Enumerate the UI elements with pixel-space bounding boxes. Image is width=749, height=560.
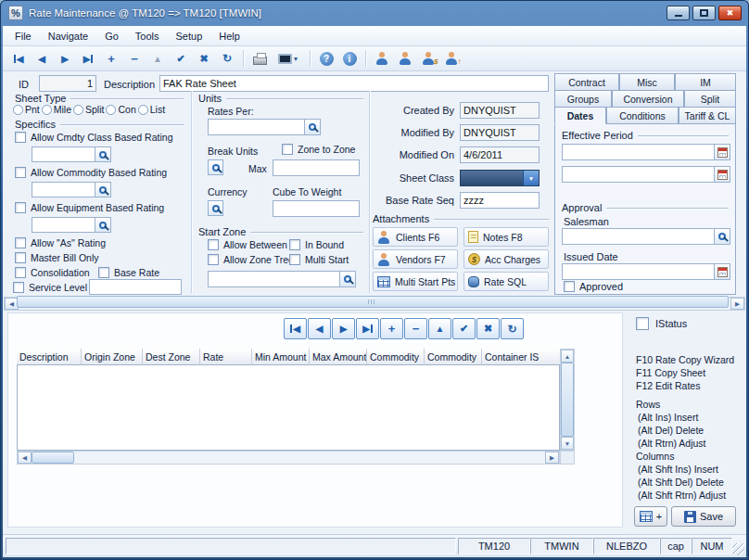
service-level-field[interactable]: [89, 279, 182, 295]
rates-per-input[interactable]: [209, 120, 304, 134]
allow-cmdty-class-checkbox[interactable]: [15, 132, 26, 143]
col-header-container[interactable]: Container IS: [482, 349, 560, 365]
currency-lookup-button[interactable]: [208, 200, 223, 216]
user-export-button[interactable]: ↑: [440, 48, 463, 70]
vendors-f7-button[interactable]: Vendors F7: [373, 249, 458, 269]
equipment-field[interactable]: [32, 217, 111, 233]
info-button[interactable]: i: [338, 48, 361, 70]
multi-start-checkbox[interactable]: [289, 254, 300, 265]
commodity-lookup-button[interactable]: [95, 183, 110, 197]
grid-undo-button[interactable]: ▲: [428, 318, 451, 339]
clients-toolbar-button[interactable]: [371, 48, 393, 70]
tab-misc[interactable]: Misc: [619, 73, 675, 91]
radio-pnt[interactable]: [13, 105, 23, 115]
grid-cancel-button[interactable]: ✖: [476, 318, 500, 339]
grid-horizontal-scrollbar[interactable]: ◀ ▶: [17, 451, 560, 465]
radio-list[interactable]: [138, 105, 148, 115]
scrollbar-thumb[interactable]: [17, 296, 729, 308]
menu-help[interactable]: Help: [210, 26, 248, 46]
menu-go[interactable]: Go: [96, 26, 127, 46]
maximize-button[interactable]: [692, 6, 716, 20]
scrollbar-track[interactable]: [74, 452, 545, 464]
effective-to-input[interactable]: [563, 167, 714, 182]
col-header-commodity-1[interactable]: Commodity: [367, 349, 425, 365]
max-field[interactable]: [273, 159, 360, 176]
vendors-toolbar-button[interactable]: [394, 48, 416, 70]
delete-record-button[interactable]: −: [123, 48, 146, 70]
base-rate-checkbox[interactable]: [98, 267, 109, 278]
first-record-button[interactable]: ◀: [7, 48, 30, 70]
menu-navigate[interactable]: Navigate: [40, 26, 96, 46]
tab-im[interactable]: IM: [675, 73, 736, 91]
print-button[interactable]: [248, 48, 271, 70]
base-rate-seq-field[interactable]: [460, 192, 540, 209]
col-header-dest-zone[interactable]: Dest Zone: [143, 349, 200, 365]
sheet-class-combo[interactable]: ▼: [460, 170, 540, 186]
break-units-lookup-button[interactable]: [208, 159, 223, 175]
scroll-down-button[interactable]: ▼: [561, 437, 574, 450]
equipment-lookup-button[interactable]: [95, 218, 110, 232]
scroll-left-button[interactable]: ◀: [18, 452, 32, 464]
start-zone-input[interactable]: [209, 272, 339, 286]
minimize-button[interactable]: [666, 6, 690, 20]
last-record-button[interactable]: ▶: [77, 48, 99, 70]
cmdty-class-field[interactable]: [32, 146, 111, 162]
cmdty-class-input[interactable]: [32, 147, 95, 161]
save-button[interactable]: Save: [671, 506, 736, 527]
salesman-field[interactable]: [562, 228, 730, 245]
grid-first-button[interactable]: ◀: [284, 318, 307, 339]
cmdty-class-lookup-button[interactable]: [95, 147, 110, 161]
effective-to-calendar-button[interactable]: [714, 167, 730, 182]
in-bound-checkbox[interactable]: [289, 239, 300, 250]
grid-add-button[interactable]: +: [634, 506, 667, 527]
equipment-input[interactable]: [32, 218, 95, 232]
close-button[interactable]: ✖: [718, 6, 742, 20]
effective-from-field[interactable]: [562, 144, 730, 160]
rates-per-lookup-button[interactable]: [304, 120, 320, 134]
grid-next-button[interactable]: ▶: [332, 318, 355, 339]
issued-date-calendar-button[interactable]: [714, 264, 730, 279]
created-by-field[interactable]: [460, 102, 540, 119]
scrollbar-thumb[interactable]: [32, 452, 74, 464]
allow-commodity-checkbox[interactable]: [15, 167, 26, 178]
tab-split[interactable]: Split: [684, 90, 736, 108]
grid-delete-row-button[interactable]: −: [404, 318, 427, 339]
tab-conversion[interactable]: Conversion: [612, 90, 684, 108]
rates-per-field[interactable]: [208, 119, 321, 135]
acc-charges-button[interactable]: $Acc Charges: [463, 249, 549, 269]
scroll-up-button[interactable]: ▲: [561, 350, 574, 363]
menu-file[interactable]: File: [6, 26, 40, 46]
grid-previous-button[interactable]: ◀: [308, 318, 331, 339]
allow-as-rating-checkbox[interactable]: [15, 237, 26, 248]
multi-start-pts-button[interactable]: Multi Start Pts: [373, 272, 458, 291]
screen-view-dropdown[interactable]: ▼: [272, 48, 305, 70]
user-charges-button[interactable]: $: [417, 48, 439, 70]
col-header-commodity-2[interactable]: Commodity: [425, 349, 482, 365]
approved-checkbox[interactable]: [564, 281, 575, 292]
col-header-rate[interactable]: Rate: [200, 349, 252, 365]
grid-refresh-button[interactable]: ↻: [501, 318, 524, 339]
sheet-class-dropdown-button[interactable]: ▼: [523, 171, 539, 185]
modified-by-field[interactable]: [460, 124, 540, 141]
grid-vertical-scrollbar[interactable]: ▲ ▼: [560, 349, 575, 451]
grid-accept-button[interactable]: ✔: [452, 318, 476, 339]
id-field[interactable]: [39, 75, 96, 92]
allow-equipment-checkbox[interactable]: [15, 202, 26, 213]
consolidation-checkbox[interactable]: [15, 267, 26, 278]
add-record-button[interactable]: +: [100, 48, 122, 70]
master-bill-checkbox[interactable]: [15, 252, 26, 263]
description-field[interactable]: [159, 75, 549, 92]
title-bar[interactable]: % Rate Maintenance @ TM120 => TM120 [TMW…: [0, 0, 749, 26]
modified-on-field[interactable]: [460, 146, 540, 163]
commodity-input[interactable]: [32, 183, 95, 197]
notes-f8-button[interactable]: Notes F8: [463, 227, 549, 247]
tab-conditions[interactable]: Conditions: [606, 107, 679, 124]
start-zone-field[interactable]: [208, 271, 356, 287]
refresh-button[interactable]: ↻: [216, 48, 238, 70]
cube-to-weight-field[interactable]: [273, 200, 360, 217]
salesman-input[interactable]: [563, 229, 714, 244]
col-header-origin-zone[interactable]: Origin Zone: [82, 349, 143, 365]
effective-from-input[interactable]: [563, 145, 714, 159]
undo-button[interactable]: ▲: [146, 48, 169, 70]
scrollbar-thumb[interactable]: [561, 363, 574, 437]
